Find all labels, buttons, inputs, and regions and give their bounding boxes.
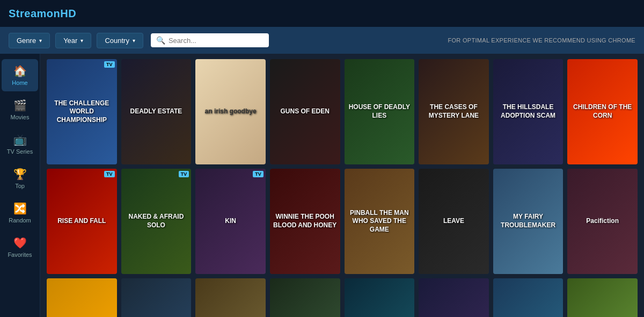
movie-poster: GUNS OF EDEN: [270, 59, 340, 164]
movie-title: THE CASES OF MYSTERY LANE: [422, 103, 486, 120]
movie-card[interactable]: SUPERCELL: [567, 278, 638, 317]
movie-card[interactable]: THE CHALLENGE WORLD CHAMPIONSHIPTV: [47, 59, 117, 164]
movie-card[interactable]: [493, 278, 564, 317]
movie-card[interactable]: [345, 278, 415, 317]
movie-card[interactable]: ERA ORA: [47, 278, 117, 317]
movie-title: THE CHALLENGE WORLD CHAMPIONSHIP: [50, 99, 114, 125]
movie-card[interactable]: HOUSE OF DEADLY LIES: [345, 59, 415, 164]
random-icon: 🔀: [13, 202, 27, 215]
sidebar-item-movies[interactable]: 🎬 Movies: [2, 93, 38, 126]
sidebar-label-movies: Movies: [11, 114, 30, 120]
movie-title: RISE AND FALL: [57, 217, 106, 226]
movie-poster: Pacifiction: [567, 169, 638, 274]
tvseries-icon: 📺: [13, 133, 27, 146]
movie-poster: ERA ORA: [47, 278, 117, 317]
content: THE CHALLENGE WORLD CHAMPIONSHIPTVDEADLY…: [40, 54, 644, 317]
genre-filter-button[interactable]: Genre ▾: [9, 33, 50, 48]
movie-card[interactable]: [270, 278, 340, 317]
movie-poster: LEAVE: [419, 169, 489, 274]
sidebar-item-favorites[interactable]: ❤️ Favorites: [2, 231, 38, 263]
sidebar-label-top: Top: [15, 183, 25, 189]
sidebar-label-random: Random: [9, 217, 31, 224]
movie-card[interactable]: GUNS OF EDEN: [270, 59, 340, 164]
movie-card[interactable]: MY FAIRY TROUBLEMAKER: [493, 169, 564, 274]
country-chevron-icon: ▾: [133, 38, 135, 44]
movie-card[interactable]: Pacifiction: [567, 169, 638, 274]
tv-badge: TV: [179, 171, 189, 177]
movie-card[interactable]: RISE AND FALLTV: [47, 169, 117, 274]
movie-poster: RISE AND FALLTV: [47, 169, 117, 274]
header: StreamonHD: [0, 0, 644, 27]
movie-card[interactable]: THE HILLSDALE ADOPTION SCAM: [493, 59, 564, 164]
movie-title: an irish goodbye: [205, 107, 257, 116]
sidebar-item-home[interactable]: 🏠 Home: [2, 59, 38, 91]
logo-highlight: HD: [60, 8, 76, 19]
movie-title: CHILDREN OF THE CORN: [570, 103, 634, 120]
movie-poster: THE CHALLENGE WORLD CHAMPIONSHIPTV: [47, 59, 117, 164]
tv-badge: TV: [253, 171, 264, 177]
movie-card[interactable]: WINNIE THE POOH BLOOD AND HONEY: [270, 169, 340, 274]
movie-poster: THE CASES OF MYSTERY LANE: [419, 59, 489, 164]
movie-card[interactable]: DEADLY ESTATE: [121, 59, 192, 164]
movie-poster: WINNIE THE POOH BLOOD AND HONEY: [270, 169, 340, 274]
movie-card[interactable]: LEAVE: [419, 169, 489, 274]
movie-card[interactable]: PINBALL THE MAN WHO SAVED THE GAME: [345, 169, 415, 274]
main: 🏠 Home 🎬 Movies 📺 TV Series 🏆 Top 🔀 Rand…: [0, 54, 644, 317]
movie-title: KIN: [225, 217, 236, 226]
movie-title: MY FAIRY TROUBLEMAKER: [496, 213, 560, 229]
movie-poster: MY FAIRY TROUBLEMAKER: [493, 169, 564, 274]
year-label: Year: [63, 37, 77, 45]
movie-title: GUNS OF EDEN: [281, 107, 330, 116]
navbar: Genre ▾ Year ▾ Country ▾ 🔍 FOR OPTIMAL E…: [0, 27, 644, 54]
movie-grid-row3: ERA ORAவாக்கீSUPERCELL: [47, 278, 638, 317]
logo-text: Streamon: [9, 8, 60, 19]
genre-label: Genre: [17, 37, 36, 45]
movie-title: WINNIE THE POOH BLOOD AND HONEY: [273, 213, 337, 229]
movie-poster: PINBALL THE MAN WHO SAVED THE GAME: [345, 169, 415, 274]
movie-grid-row2: RISE AND FALLTVNAKED & AFRAID SOLOTVKINT…: [47, 169, 638, 274]
movie-card[interactable]: KINTV: [195, 169, 266, 274]
country-filter-button[interactable]: Country ▾: [97, 33, 143, 48]
top-icon: 🏆: [13, 168, 27, 181]
movie-title: THE HILLSDALE ADOPTION SCAM: [496, 103, 560, 120]
movies-icon: 🎬: [13, 99, 27, 112]
movie-poster: HOUSE OF DEADLY LIES: [345, 59, 415, 164]
logo[interactable]: StreamonHD: [9, 8, 76, 20]
movie-poster: [419, 278, 489, 317]
chrome-notice: FOR OPTIMAL EXPERIENCE WE RECOMMEND USIN…: [448, 37, 635, 44]
movie-poster: KINTV: [195, 169, 266, 274]
movie-card[interactable]: THE CASES OF MYSTERY LANE: [419, 59, 489, 164]
movie-poster: DEADLY ESTATE: [121, 59, 192, 164]
movie-poster: [270, 278, 340, 317]
favorites-icon: ❤️: [13, 236, 27, 249]
movie-card[interactable]: CHILDREN OF THE CORN: [567, 59, 638, 164]
tv-badge: TV: [104, 171, 115, 177]
sidebar-item-random[interactable]: 🔀 Random: [2, 197, 38, 229]
year-filter-button[interactable]: Year ▾: [55, 33, 91, 48]
search-input[interactable]: [169, 37, 264, 45]
movie-card[interactable]: வாக்கீ: [121, 278, 192, 317]
movie-poster: [345, 278, 415, 317]
movie-title: HOUSE OF DEADLY LIES: [348, 103, 412, 120]
movie-poster: [195, 278, 266, 317]
movie-poster: an irish goodbye: [195, 59, 266, 164]
movie-title: NAKED & AFRAID SOLO: [125, 213, 188, 229]
sidebar-item-top[interactable]: 🏆 Top: [2, 162, 38, 194]
movie-title: PINBALL THE MAN WHO SAVED THE GAME: [348, 209, 412, 234]
movie-poster: வாக்கீ: [121, 278, 192, 317]
search-icon: 🔍: [156, 36, 165, 45]
movie-card[interactable]: an irish goodbye: [195, 59, 266, 164]
movie-poster: CHILDREN OF THE CORN: [567, 59, 638, 164]
movie-title: LEAVE: [443, 217, 464, 226]
year-chevron-icon: ▾: [80, 38, 83, 44]
sidebar-label-favorites: Favorites: [8, 251, 32, 258]
sidebar-item-tvseries[interactable]: 📺 TV Series: [2, 128, 38, 160]
search-bar: 🔍: [151, 33, 269, 47]
movie-card[interactable]: [419, 278, 489, 317]
sidebar-label-tvseries: TV Series: [7, 148, 33, 155]
movie-card[interactable]: [195, 278, 266, 317]
sidebar: 🏠 Home 🎬 Movies 📺 TV Series 🏆 Top 🔀 Rand…: [0, 54, 40, 317]
country-label: Country: [105, 37, 129, 45]
movie-grid-row1: THE CHALLENGE WORLD CHAMPIONSHIPTVDEADLY…: [47, 59, 638, 164]
movie-card[interactable]: NAKED & AFRAID SOLOTV: [121, 169, 192, 274]
